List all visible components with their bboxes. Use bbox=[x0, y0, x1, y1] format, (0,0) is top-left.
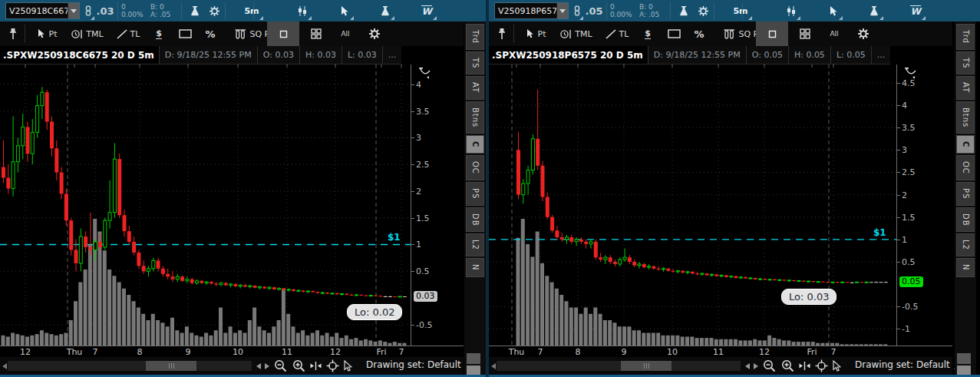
chart-settings-gear-icon[interactable] bbox=[850, 21, 877, 46]
drawing-set-selector[interactable]: Drawing set: Default bbox=[366, 359, 461, 370]
sidebar-tab-ts[interactable]: TS bbox=[466, 51, 484, 74]
symbol-input-value[interactable]: V250918P6575 bbox=[495, 6, 556, 16]
studies-flask-icon[interactable] bbox=[376, 0, 394, 21]
all-charts-button[interactable]: All bbox=[822, 21, 846, 46]
symbol-input[interactable]: V250918P6575 bbox=[494, 2, 569, 19]
sidebar-resize-handle[interactable] bbox=[957, 353, 971, 364]
pan-left-arrow[interactable] bbox=[256, 363, 261, 369]
pan-left-arrow[interactable] bbox=[745, 363, 750, 369]
zoom-out-icon[interactable] bbox=[272, 359, 288, 373]
chart-type-icon[interactable] bbox=[782, 0, 800, 21]
price-axis[interactable]: 0.03 43.532.521.510.5-0.5 bbox=[411, 64, 464, 346]
sidebar-corner-handle[interactable] bbox=[467, 365, 480, 375]
sidebar-tab-ts[interactable]: TS bbox=[956, 51, 975, 74]
sidebar-tab-db[interactable]: DB bbox=[956, 207, 975, 233]
pan-right-arrow[interactable] bbox=[754, 363, 758, 369]
pointer-tool-button[interactable]: Pt bbox=[31, 21, 63, 46]
chart-settings-gear-icon[interactable] bbox=[361, 21, 388, 46]
trendline-tool-button[interactable]: TL bbox=[112, 21, 144, 46]
sidebar-tab-l2[interactable]: L2 bbox=[956, 233, 975, 256]
drawings-icon[interactable]: W bbox=[417, 0, 437, 21]
sidebar-tab-c[interactable]: C bbox=[956, 135, 975, 154]
zoom-in-icon[interactable] bbox=[291, 359, 306, 373]
sidebar-tab-btns[interactable]: Btns bbox=[956, 101, 975, 134]
symbol-input-value[interactable]: V250918C6675 bbox=[6, 6, 68, 16]
scrollbar-thumb[interactable] bbox=[621, 361, 671, 371]
sidebar-tab-at[interactable]: AT bbox=[956, 76, 975, 99]
sidebar-tab-db[interactable]: DB bbox=[466, 207, 484, 233]
sidebar-tab-ps[interactable]: PS bbox=[956, 182, 975, 205]
pointer-tool-button[interactable]: Pt bbox=[520, 21, 552, 46]
price-level-tool-button[interactable]: $ bbox=[149, 21, 169, 46]
grid-layout-button[interactable] bbox=[791, 21, 819, 46]
sidebar-tab-n[interactable]: N bbox=[956, 258, 975, 276]
symbol-input[interactable]: V250918C6675 bbox=[5, 2, 80, 19]
timeline-tool-button[interactable]: TML bbox=[68, 21, 107, 46]
cursor-style-icon[interactable] bbox=[335, 0, 354, 21]
header-more[interactable]: ... bbox=[382, 46, 402, 64]
zoom-out-icon[interactable] bbox=[761, 359, 777, 373]
symbol-dropdown-button[interactable] bbox=[556, 3, 568, 18]
rectangle-tool-button[interactable] bbox=[662, 21, 685, 46]
sidebar-tab-c[interactable]: C bbox=[466, 135, 484, 154]
cursor-style-icon[interactable] bbox=[824, 0, 843, 21]
time-axis[interactable]: 12Thu789101112Fri7 bbox=[0, 346, 464, 357]
timeframe-button[interactable]: 5m bbox=[729, 0, 752, 21]
scroll-left-arrow[interactable] bbox=[491, 363, 496, 369]
grid-layout-button[interactable] bbox=[302, 21, 330, 46]
rectangle-tool-button[interactable] bbox=[173, 21, 196, 46]
percent-tool-button[interactable]: % bbox=[688, 21, 710, 46]
gear-icon[interactable] bbox=[695, 0, 711, 21]
drawing-set-selector[interactable]: Drawing set: Default bbox=[855, 359, 950, 370]
candlestick-chart[interactable]: $1 bbox=[489, 64, 896, 346]
sidebar-tab-oc[interactable]: OC bbox=[466, 155, 484, 180]
auto-fit-icon[interactable] bbox=[417, 66, 433, 80]
candlestick-chart[interactable]: $1 bbox=[0, 64, 411, 346]
pin-icon[interactable] bbox=[5, 21, 21, 46]
header-more[interactable]: ... bbox=[871, 46, 891, 64]
price-level-tool-button[interactable]: $ bbox=[638, 21, 658, 46]
sidebar-tab-oc[interactable]: OC bbox=[956, 155, 975, 180]
flask-icon[interactable] bbox=[186, 0, 203, 21]
price-axis[interactable]: 0.05 4.543.532.521.510.5-0.5-1 bbox=[896, 64, 952, 346]
scroll-left-arrow[interactable] bbox=[2, 363, 7, 369]
cursor-icon[interactable] bbox=[341, 359, 356, 373]
drawings-icon[interactable]: W bbox=[906, 0, 926, 21]
price-chart[interactable]: $1 0.03 43.532.521.510.5-0.5 Lo: 0.02 bbox=[0, 64, 464, 346]
symbol-dropdown-button[interactable] bbox=[68, 3, 79, 18]
studies-flask-icon[interactable] bbox=[865, 0, 883, 21]
flask-icon[interactable] bbox=[675, 0, 692, 21]
sidebar-tab-ps[interactable]: PS bbox=[466, 182, 484, 205]
single-chart-layout-button[interactable] bbox=[756, 21, 788, 46]
timeframe-button[interactable]: 5m bbox=[240, 0, 263, 21]
sidebar-corner-handle[interactable] bbox=[957, 365, 971, 375]
link-icon[interactable] bbox=[571, 0, 583, 21]
pin-icon[interactable] bbox=[493, 21, 510, 46]
zoom-in-icon[interactable] bbox=[780, 359, 795, 373]
sidebar-tab-l2[interactable]: L2 bbox=[466, 233, 484, 256]
chart-scrollbar[interactable] bbox=[8, 361, 252, 371]
sidebar-tab-trd[interactable]: Trd bbox=[466, 24, 484, 50]
sidebar-tab-n[interactable]: N bbox=[466, 258, 484, 276]
timeline-tool-button[interactable]: TML bbox=[556, 21, 596, 46]
link-icon[interactable] bbox=[82, 0, 94, 21]
price-chart[interactable]: $1 0.05 4.543.532.521.510.5-0.5-1 Lo: 0.… bbox=[489, 64, 952, 346]
percent-tool-button[interactable]: % bbox=[200, 21, 221, 46]
all-charts-button[interactable]: All bbox=[333, 21, 358, 46]
horizontal-expand-icon[interactable] bbox=[797, 359, 812, 373]
trendline-tool-button[interactable]: TL bbox=[601, 21, 633, 46]
cursor-icon[interactable] bbox=[830, 359, 845, 373]
horizontal-expand-icon[interactable] bbox=[308, 359, 323, 373]
sidebar-tab-btns[interactable]: Btns bbox=[466, 101, 484, 134]
crosshair-target-icon[interactable] bbox=[325, 359, 340, 373]
chart-scrollbar[interactable] bbox=[497, 361, 741, 371]
chart-type-icon[interactable] bbox=[293, 0, 312, 21]
sidebar-tab-trd[interactable]: Trd bbox=[956, 24, 975, 50]
single-chart-layout-button[interactable] bbox=[267, 21, 299, 46]
pan-right-arrow[interactable] bbox=[265, 363, 269, 369]
sidebar-resize-handle[interactable] bbox=[467, 353, 480, 364]
gear-icon[interactable] bbox=[206, 0, 223, 21]
crosshair-target-icon[interactable] bbox=[813, 359, 829, 373]
time-axis[interactable]: Thu789101112Fri7 bbox=[489, 346, 952, 357]
sidebar-tab-at[interactable]: AT bbox=[466, 76, 484, 99]
